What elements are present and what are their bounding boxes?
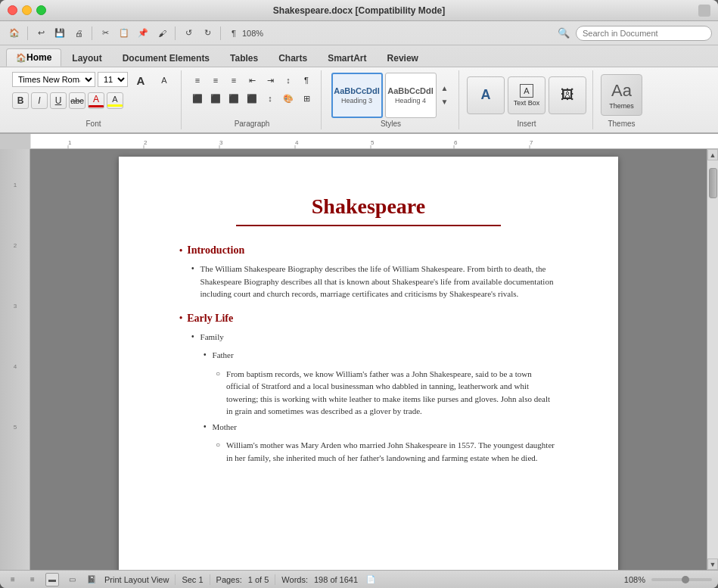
list-number-button[interactable]: ≡	[207, 72, 224, 89]
mother-bullet-item: • Mother	[204, 421, 558, 434]
font-size-select[interactable]: 11	[98, 72, 128, 87]
family-text: Family	[200, 331, 224, 344]
undo2-icon[interactable]: ↺	[180, 25, 197, 42]
zoom-icon[interactable]: 108%	[244, 25, 261, 42]
style-heading3[interactable]: AaBbCcDdI Heading 3	[331, 73, 383, 118]
tab-home[interactable]: 🏠 Home	[6, 48, 61, 67]
themes-group: Aa Themes Themes	[595, 70, 648, 129]
father-bullet-dot: •	[204, 350, 207, 362]
zoom-slider-thumb[interactable]	[682, 576, 689, 583]
align-left-button[interactable]: ⬛	[189, 90, 206, 107]
document-page: Shakespeare • Introduction • The William…	[119, 157, 618, 570]
toolbar-separator-2	[92, 26, 92, 40]
intro-bullet-dot: •	[191, 264, 194, 300]
scroll-up-arrow[interactable]: ▲	[707, 149, 718, 160]
family-item: • Family	[179, 331, 558, 344]
view-layout-icon[interactable]: ▬	[45, 573, 59, 586]
format-painter-icon[interactable]: 🖌	[154, 25, 170, 42]
words-value: 198 of 1641	[314, 575, 358, 584]
tab-layout[interactable]: Layout	[62, 48, 111, 67]
view-notebook-icon[interactable]: 📓	[85, 573, 98, 586]
text-format-icon[interactable]: A	[467, 76, 505, 114]
tab-smartart[interactable]: SmartArt	[318, 48, 376, 67]
father-bullet-item: • Father	[204, 349, 558, 362]
shading-button[interactable]: 🎨	[280, 90, 297, 107]
paragraph-top-row: ≡ ≡ ≡ ⇤ ⇥ ↕ ¶	[189, 72, 315, 89]
font-group-content: Times New Roman 11 A A B I U abc	[12, 72, 175, 118]
mother-text: Mother	[213, 421, 237, 434]
style-heading4-label: Heading 4	[395, 97, 426, 104]
tab-charts[interactable]: Charts	[269, 48, 317, 67]
view-web-icon[interactable]: ▭	[65, 573, 79, 586]
scroll-track	[707, 160, 718, 558]
minimize-button[interactable]	[22, 5, 32, 15]
scroll-thumb[interactable]	[709, 168, 717, 198]
underline-button[interactable]: U	[50, 92, 67, 109]
show-formatting-icon[interactable]: ¶	[225, 25, 242, 42]
app-window: Shakespeare.docx [Compatibility Mode] 🏠 …	[0, 0, 718, 588]
themes-icon: Aa	[611, 81, 632, 101]
borders-button[interactable]: ⊞	[298, 90, 315, 107]
highlight-button[interactable]: A	[107, 92, 123, 109]
themes-button[interactable]: Aa Themes	[601, 74, 642, 116]
decrease-indent-button[interactable]: ⇤	[244, 72, 260, 89]
tab-document-elements[interactable]: Document Elements	[113, 48, 219, 67]
font-group: Times New Roman 11 A A B I U abc	[6, 70, 182, 129]
close-button[interactable]	[8, 5, 17, 15]
tab-review[interactable]: Review	[378, 48, 428, 67]
themes-content: Aa Themes	[601, 72, 642, 118]
maximize-button[interactable]	[36, 5, 46, 15]
align-center-button[interactable]: ⬛	[207, 90, 224, 107]
bold-button[interactable]: B	[12, 92, 29, 109]
justify-button[interactable]: ⬛	[244, 90, 260, 107]
decrease-font-icon[interactable]: A	[154, 72, 175, 89]
title-bar: Shakespeare.docx [Compatibility Mode]	[0, 0, 718, 21]
paste-icon[interactable]: 📌	[135, 25, 151, 42]
save-icon[interactable]: 💾	[51, 25, 68, 42]
font-color-button[interactable]: A	[88, 92, 104, 109]
font-group-label: Font	[85, 118, 101, 128]
window-controls	[698, 5, 710, 17]
search-bar: 🔍	[555, 25, 712, 42]
insert-group: A A Text Box 🖼 Insert	[461, 70, 593, 129]
svg-text:3: 3	[13, 303, 17, 310]
font-family-select[interactable]: Times New Roman	[12, 72, 95, 87]
tab-tables[interactable]: Tables	[220, 48, 268, 67]
styles-next-arrow[interactable]: ▼	[439, 96, 451, 108]
font-format-row: B I U abc A A	[12, 92, 123, 109]
scroll-down-arrow[interactable]: ▼	[707, 558, 718, 570]
undo-icon[interactable]: ↩	[33, 25, 49, 42]
svg-text:5: 5	[371, 139, 375, 146]
zoom-slider[interactable]	[651, 578, 712, 581]
styles-prev-arrow[interactable]: ▲	[439, 82, 451, 95]
line-spacing-button[interactable]: ↕	[262, 90, 278, 107]
window-title: Shakespeare.docx [Compatibility Mode]	[273, 5, 445, 16]
quick-access-toolbar: 🏠 ↩ 💾 🖨 ✂ 📋 📌 🖌 ↺ ↻ ¶ 108% 🔍	[0, 21, 718, 45]
redo-icon[interactable]: ↻	[199, 25, 216, 42]
list-bullet-button[interactable]: ≡	[189, 72, 206, 89]
increase-indent-button[interactable]: ⇥	[262, 72, 278, 89]
increase-font-icon[interactable]: A	[130, 72, 151, 89]
show-para-button[interactable]: ¶	[298, 72, 315, 89]
multilevel-list-button[interactable]: ≡	[225, 72, 242, 89]
svg-text:4: 4	[13, 363, 17, 370]
document-area[interactable]: Shakespeare • Introduction • The William…	[30, 149, 707, 570]
pages-label: Pages:	[216, 575, 242, 584]
strikethrough-button[interactable]: abc	[69, 92, 85, 109]
cut-icon[interactable]: ✂	[97, 25, 113, 42]
copy-icon[interactable]: 📋	[116, 25, 132, 42]
view-outline-icon[interactable]: ≡	[26, 573, 39, 586]
document-icon[interactable]: 📄	[364, 573, 378, 586]
italic-button[interactable]: I	[31, 92, 48, 109]
home-icon[interactable]: 🏠	[6, 25, 23, 42]
sort-button[interactable]: ↕	[280, 72, 297, 89]
view-draft-icon[interactable]: ≡	[6, 573, 20, 586]
style-heading4[interactable]: AaBbCcDdI Heading 4	[385, 73, 437, 118]
picture-button[interactable]: 🖼	[549, 76, 586, 114]
main-area: 1 2 3 4 5 Shakespeare • Introduction •	[0, 149, 718, 570]
search-input[interactable]	[576, 26, 712, 41]
father-text: Father	[213, 349, 234, 362]
textbox-button[interactable]: A Text Box	[508, 76, 545, 114]
align-right-button[interactable]: ⬛	[225, 90, 242, 107]
print-icon[interactable]: 🖨	[70, 25, 87, 42]
